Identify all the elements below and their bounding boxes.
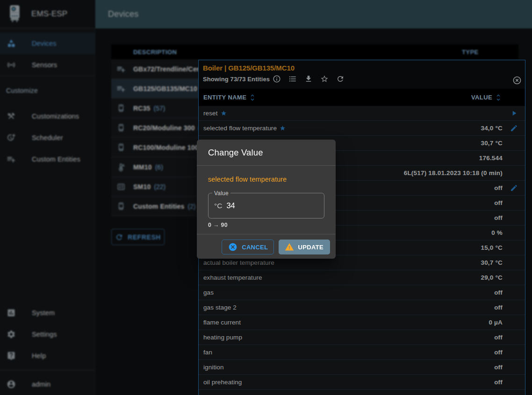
warning-icon	[285, 242, 294, 252]
cancel-button[interactable]: CANCEL	[222, 240, 274, 254]
dialog-entity-name: selected flow temperature	[208, 176, 324, 183]
dialog-title: Change Value	[208, 148, 324, 158]
value-range-helper: 0 → 90	[208, 222, 324, 228]
value-field[interactable]: Value °C 34	[208, 193, 324, 219]
dialog-actions: CANCEL UPDATE	[197, 234, 336, 259]
change-value-dialog: Change Value selected flow temperature V…	[197, 140, 336, 259]
cancel-icon	[228, 242, 237, 252]
cancel-icon	[228, 242, 237, 252]
value-field-label: Value	[212, 190, 230, 197]
warning-icon	[285, 242, 294, 252]
value-field-unit: °C	[214, 202, 222, 210]
value-field-input[interactable]: 34	[226, 201, 235, 210]
update-button[interactable]: UPDATE	[279, 240, 330, 254]
dialog-body: selected flow temperature Value °C 34 0 …	[197, 166, 336, 234]
dialog-titlebar: Change Value	[197, 140, 336, 166]
update-label: UPDATE	[298, 244, 324, 251]
cancel-label: CANCEL	[242, 244, 268, 251]
